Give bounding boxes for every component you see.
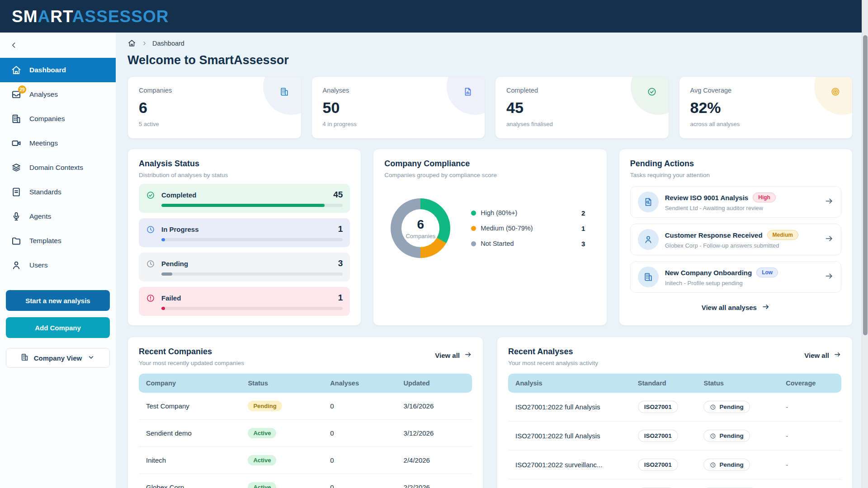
company-view-label: Company View (34, 354, 82, 362)
analysis-name: ISO27001:2022 surveillanc... (508, 450, 631, 479)
sidebar-item-label: Analyses (29, 90, 58, 99)
status-progress-track (161, 204, 343, 207)
sidebar-item-dashboard[interactable]: Dashboard (0, 58, 116, 82)
priority-badge: Medium (767, 230, 798, 240)
logo-text: RT (50, 7, 72, 26)
start-analysis-button[interactable]: Start a new analysis (6, 290, 110, 311)
sidebar-item-templates[interactable]: Templates (0, 229, 116, 253)
status-badge: Pending (703, 459, 750, 471)
recent-companies-card: Recent Companies Your most recently upda… (127, 337, 483, 488)
status-label: Completed (161, 191, 197, 199)
analysis-row[interactable]: ISO27001:2022 surveillanc...ISO27001Pend… (508, 450, 841, 479)
status-badge: Pending (703, 430, 750, 442)
card-title: Analysis Status (139, 159, 350, 169)
scrollbar-thumb[interactable] (863, 35, 868, 335)
company-view-dropdown[interactable]: Company View (6, 348, 110, 368)
logo-text: ASSESSOR (72, 7, 169, 26)
sidebar-item-standards[interactable]: Standards (0, 180, 116, 204)
analyses-count: 0 (323, 420, 396, 447)
status-progress-track (161, 307, 343, 310)
sidebar-item-label: Meetings (29, 139, 58, 147)
stat-subtext: analyses finalised (506, 121, 658, 127)
view-all-companies-link[interactable]: View all (435, 351, 472, 360)
column-header-updated: Updated (396, 374, 472, 393)
view-all-label: View all (804, 352, 829, 359)
status-count: 3 (338, 258, 343, 268)
sidebar-item-label: Standards (29, 188, 61, 196)
status-badge: Active (248, 428, 276, 438)
company-name: Initech (139, 447, 241, 474)
view-all-analyses-table-link[interactable]: View all (804, 351, 841, 360)
sidebar-item-domain-contexts[interactable]: Domain Contexts (0, 155, 116, 180)
pending-action-review-iso-9001-analysis[interactable]: Review ISO 9001 Analysis High Sendient L… (630, 186, 841, 218)
card-title: Recent Analyses (508, 347, 598, 357)
sidebar-item-agents[interactable]: Agents (0, 204, 116, 229)
action-description: Globex Corp - Follow-up answers submitte… (665, 242, 818, 249)
stat-card-avg-coverage: Avg Coverage 82% across all analyses (679, 76, 853, 139)
analysis-row[interactable]: ISO27001:2022 full AnalysisISO27001Pendi… (508, 393, 841, 422)
analysis-row[interactable]: Sendient annual checkISO9001Completed84% (508, 479, 841, 488)
main-content: Dashboard Welcome to SmartAssessor Compa… (116, 33, 868, 488)
status-badge: Active (248, 455, 276, 465)
pending-action-customer-response-received[interactable]: Customer Response Received Medium Globex… (630, 224, 841, 255)
status-badge: Pending (703, 401, 750, 413)
mic-icon (11, 211, 22, 222)
recent-analyses-table: AnalysisStandardStatusCoverage ISO27001:… (508, 374, 841, 488)
company-row-globex-corp[interactable]: Globex CorpActive02/2/2026 (139, 474, 472, 488)
stat-subtext: across all analyses (690, 121, 842, 127)
coverage-value: - (786, 461, 788, 469)
column-header-analyses: Analyses (323, 374, 396, 393)
clock-icon (146, 259, 155, 268)
legend-count: 1 (581, 225, 585, 232)
updated-date: 2/4/2026 (396, 447, 472, 474)
table-header-row: CompanyStatusAnalysesUpdated (139, 374, 472, 393)
status-row-completed: Completed 45 (139, 184, 350, 213)
sidebar-item-label: Domain Contexts (29, 164, 83, 172)
company-row-test-company[interactable]: Test CompanyPending03/16/2026 (139, 393, 472, 420)
company-name: Sendient demo (139, 420, 241, 447)
video-icon (11, 138, 22, 149)
pending-action-new-company-onboarding[interactable]: New Company Onboarding Low Initech - Pro… (630, 261, 841, 293)
company-row-sendient-demo[interactable]: Sendient demoActive03/12/2026 (139, 420, 472, 447)
legend-label: Not Started (481, 240, 514, 247)
company-row-initech[interactable]: InitechActive02/4/2026 (139, 447, 472, 474)
column-header-standard: Standard (631, 374, 697, 393)
status-badge: Active (248, 482, 276, 488)
breadcrumb: Dashboard (127, 39, 853, 47)
sidebar-item-companies[interactable]: Companies (0, 107, 116, 131)
view-all-analyses-link[interactable]: View all analyses (630, 303, 841, 312)
compliance-chart-area: 6 Companies High (80%+) 2 Medium (50-79%… (384, 198, 595, 258)
add-company-button[interactable]: Add Company (6, 317, 110, 338)
status-badge: Pending (248, 401, 282, 411)
sidebar: Dashboard 29 Analyses Companies Meetings… (0, 33, 116, 488)
home-icon[interactable] (127, 39, 136, 47)
status-label: Pending (161, 260, 188, 267)
status-label: In Progress (161, 225, 199, 233)
status-count: 45 (333, 190, 343, 200)
inbox-icon: 29 (11, 89, 22, 100)
sidebar-item-users[interactable]: Users (0, 253, 116, 277)
view-all-analyses-label: View all analyses (702, 304, 757, 311)
standard-badge: ISO27001 (638, 459, 678, 471)
analyses-count: 0 (323, 474, 396, 488)
donut-total: 6 (417, 217, 425, 232)
action-description: Sendient Ltd - Awaiting auditor review (665, 205, 818, 211)
page-scrollbar[interactable] (862, 0, 868, 488)
table-header-row: AnalysisStandardStatusCoverage (508, 374, 841, 393)
analyses-count-badge: 29 (18, 85, 26, 94)
status-progress-fill (161, 307, 165, 310)
sidebar-collapse-button[interactable] (8, 40, 20, 52)
home-icon (11, 65, 22, 75)
sidebar-item-meetings[interactable]: Meetings (0, 131, 116, 155)
compliance-donut-chart: 6 Companies (391, 198, 450, 258)
user-icon (638, 229, 659, 250)
sidebar-item-analyses[interactable]: 29 Analyses (0, 82, 116, 107)
status-label: Failed (161, 294, 181, 302)
column-header-analysis: Analysis (508, 374, 631, 393)
card-title: Recent Companies (139, 347, 244, 357)
arrow-right-icon (825, 197, 834, 207)
sidebar-item-label: Dashboard (29, 66, 66, 74)
legend-item: Not Started 3 (471, 240, 585, 248)
analysis-row[interactable]: ISO27001:2022 full AnalysisISO27001Pendi… (508, 422, 841, 450)
pending-actions-list: Review ISO 9001 Analysis High Sendient L… (630, 186, 841, 293)
